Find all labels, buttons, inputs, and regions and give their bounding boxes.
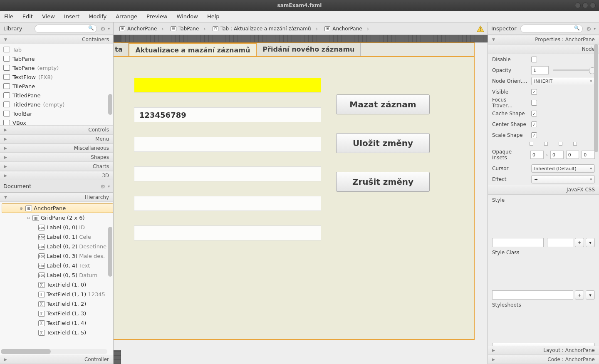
chevron-down-icon[interactable]: ▾ [108, 184, 110, 188]
link-check[interactable] [530, 142, 533, 146]
warning-icon[interactable]: ! [477, 25, 484, 32]
design-canvas[interactable]: ta Aktualizace a mazání záznamů Přidání … [114, 35, 488, 364]
node-orient-dropdown[interactable]: INHERIT [531, 77, 595, 85]
fxml-textfield-id[interactable] [134, 78, 321, 93]
menu-file[interactable]: File [4, 13, 13, 20]
tree-node-textfield[interactable]: [I]TextField (1, 3) [2, 309, 113, 318]
window-max-icon[interactable] [582, 2, 588, 8]
opacity-slider[interactable] [553, 69, 595, 71]
styleclass-add-button[interactable]: + [575, 290, 584, 300]
style-value-input[interactable] [547, 238, 573, 247]
visible-checkbox[interactable]: ✓ [531, 89, 537, 95]
library-scrollbar[interactable] [108, 44, 112, 125]
document-section-hierarchy[interactable]: ▼Hierarchy [0, 193, 113, 202]
link-check[interactable] [559, 142, 562, 146]
effect-dropdown[interactable]: + [531, 175, 595, 183]
fxml-textfield-datum[interactable] [134, 225, 321, 240]
menu-help[interactable]: Help [207, 13, 220, 20]
gear-icon[interactable]: ⚙ [100, 26, 106, 32]
library-item[interactable]: TabPane [0, 54, 113, 63]
library-section-menu[interactable]: ▶Menu [0, 134, 113, 144]
inset-input[interactable]: 0 [550, 151, 564, 159]
chevron-down-icon[interactable]: ▾ [594, 27, 596, 31]
tree-node-label[interactable]: abcLabel (0, 4) Text [2, 261, 113, 270]
tree-node-label[interactable]: abcLabel (0, 3) Male des. [2, 251, 113, 261]
fxml-textfield-maledes[interactable] [134, 166, 321, 181]
library-item[interactable]: TabPane (empty) [0, 63, 113, 72]
library-section-3d[interactable]: ▶3D [0, 171, 113, 180]
tree-node-label[interactable]: abcLabel (0, 2) Desetinne [2, 242, 113, 251]
menu-edit[interactable]: Edit [22, 13, 33, 20]
fxml-cancel-button[interactable]: Zrušit změny [336, 172, 430, 192]
inspector-layout-header[interactable]: ▶Layout : AnchorPane [488, 346, 599, 355]
library-item[interactable]: TitledPane (empty) [0, 100, 113, 109]
scaleshape-checkbox[interactable]: ✓ [531, 132, 537, 138]
styleclass-input[interactable] [492, 290, 573, 300]
style-add-button[interactable]: + [575, 238, 584, 247]
styleclass-menu-button[interactable]: ▾ [586, 290, 595, 300]
library-item[interactable]: VBox [0, 118, 113, 125]
fxml-save-button[interactable]: Uložit změny [336, 133, 430, 153]
tree-node-textfield[interactable]: [I]TextField (1, 0) [2, 280, 113, 290]
library-item[interactable]: TextFlow (FX8) [0, 72, 113, 82]
tree-node-label[interactable]: abcLabel (0, 0) ID [2, 223, 113, 232]
menu-insert[interactable]: Insert [64, 13, 79, 20]
fxml-tab[interactable]: ta [114, 43, 129, 56]
menu-preview[interactable]: Preview [146, 13, 168, 20]
disable-checkbox[interactable] [531, 57, 537, 62]
fxml-tab-active[interactable]: Aktualizace a mazání záznamů [129, 43, 257, 56]
library-item[interactable]: TilePane [0, 82, 113, 91]
style-menu-button[interactable]: ▾ [586, 238, 595, 247]
tree-node-textfield[interactable]: [I]TextField (1, 5) [2, 328, 113, 337]
fxml-textfield-desetinne[interactable] [134, 137, 321, 152]
focus-checkbox[interactable] [531, 100, 537, 106]
fxml-tab-body[interactable]: 123456789 Mazat záznam Uložit změny Zruš… [114, 57, 475, 339]
menu-arrange[interactable]: Arrange [116, 13, 137, 20]
library-search-input[interactable] [35, 25, 97, 33]
tree-node-gridpane[interactable]: ⊖ ▦ GridPane (2 x 6) [2, 213, 113, 223]
library-section-charts[interactable]: ▶Charts [0, 162, 113, 171]
link-check[interactable] [544, 142, 548, 146]
inspector-code-header[interactable]: ▶Code : AnchorPane [488, 355, 599, 364]
gear-icon[interactable]: ⚙ [100, 183, 106, 189]
stylesheets-add-button[interactable]: + [492, 343, 595, 346]
menu-window[interactable]: Window [177, 13, 198, 20]
breadcrumb-item[interactable]: ⊓Tab : Aktualizace a mazání záznamů [210, 25, 320, 33]
gear-icon[interactable]: ⚙ [586, 26, 592, 32]
menu-view[interactable]: View [42, 13, 55, 20]
hierarchy-scrollbar[interactable] [108, 202, 112, 347]
window-close-icon[interactable] [590, 2, 596, 8]
chevron-down-icon[interactable]: ▾ [108, 27, 110, 31]
collapse-icon[interactable]: ⊖ [19, 206, 24, 210]
tree-node-label[interactable]: abcLabel (0, 1) Cele [2, 232, 113, 242]
breadcrumb-item[interactable]: ⊟TabPane [168, 25, 208, 33]
inspector-properties-header[interactable]: ▼ Properties : AnchorPane [488, 35, 599, 44]
library-section-containers[interactable]: ▼ Containers [0, 35, 113, 44]
library-item[interactable]: ToolBar [0, 109, 113, 118]
hierarchy-hscrollbar[interactable] [1, 349, 107, 354]
tree-node-textfield[interactable]: [I]TextField (1, 1) 12345 [2, 290, 113, 299]
tree-node-textfield[interactable]: [I]TextField (1, 4) [2, 318, 113, 328]
inspector-search-input[interactable] [520, 25, 583, 33]
style-name-input[interactable] [492, 238, 544, 247]
cursor-dropdown[interactable]: Inherited (Default) [531, 164, 595, 173]
library-section-controls[interactable]: ▶Controls [0, 125, 113, 134]
tree-node-textfield[interactable]: [I]TextField (1, 2) [2, 299, 113, 309]
window-min-icon[interactable] [575, 2, 581, 8]
library-section-misc[interactable]: ▶Miscellaneous [0, 144, 113, 153]
library-section-shapes[interactable]: ▶Shapes [0, 153, 113, 162]
tree-node-label[interactable]: abcLabel (0, 5) Datum [2, 270, 113, 280]
breadcrumb-item[interactable]: ⊞AnchorPane [322, 25, 371, 33]
fxml-tab[interactable]: Přidání nového záznamu [257, 43, 361, 56]
design-surface[interactable]: ta Aktualizace a mazání záznamů Přidání … [121, 42, 488, 364]
link-check[interactable] [573, 142, 577, 146]
fxml-delete-button[interactable]: Mazat záznam [336, 94, 430, 114]
fxml-textfield-text[interactable] [134, 196, 321, 211]
inspector-scrollbar[interactable] [594, 44, 598, 346]
menu-modify[interactable]: Modify [89, 13, 106, 20]
fxml-textfield-cele[interactable]: 123456789 [134, 107, 321, 122]
opacity-input[interactable]: 1 [531, 66, 549, 74]
collapse-icon[interactable]: ⊖ [26, 216, 31, 220]
inset-input[interactable]: 0 [582, 151, 595, 159]
cacheshape-checkbox[interactable]: ✓ [531, 111, 537, 116]
